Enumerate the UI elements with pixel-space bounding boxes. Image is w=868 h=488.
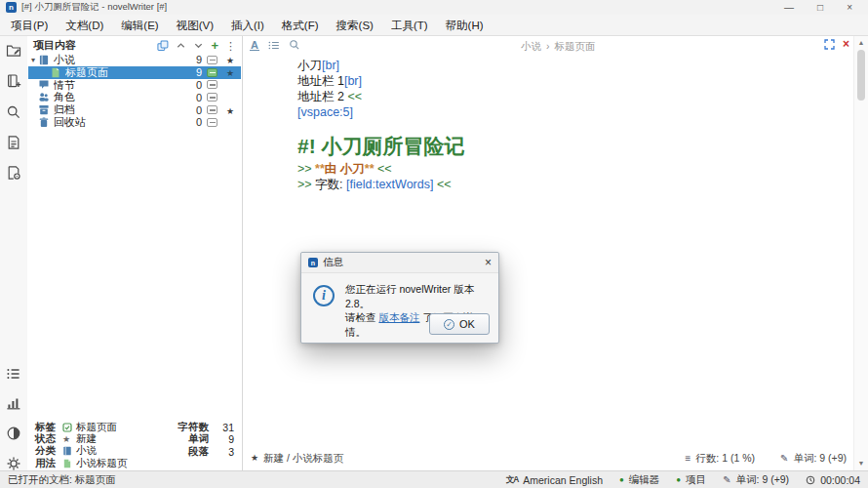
active-checkbox-icon (207, 80, 217, 89)
release-notes-link[interactable]: 版本备注 (378, 311, 419, 323)
theme-contrast-icon[interactable] (6, 426, 21, 441)
doc-line: 地址栏 1[br] (297, 73, 845, 89)
statusbar: 已打开的文档: 标题页面 文AAmerican English ●编辑器 ●项目… (0, 470, 868, 488)
editor-header: A 小说 › 标题页面 × (243, 36, 854, 56)
novelwriter-window: n [#] 小刀厕所冒险记 - novelWriter [#] — □ × 项目… (0, 0, 868, 488)
editor-counts: ≡行数: 1 (1 %) ✎单词: 9 (+9) (686, 452, 847, 466)
green-dot-icon: ● (619, 476, 624, 484)
stat-value: 9 (209, 433, 234, 445)
scrollbar-thumb[interactable] (857, 50, 865, 101)
dialog-close-icon[interactable]: × (485, 257, 492, 268)
word-count: ✎单词: 9 (+9) (780, 452, 847, 466)
stat-label: 段落 (166, 445, 209, 459)
format-text-icon[interactable]: A (250, 40, 259, 51)
close-button[interactable]: × (847, 2, 852, 13)
status-star-icon: ★ (226, 56, 234, 65)
book-icon (38, 55, 50, 65)
breadcrumb: 小说 › 标题页面 (521, 40, 596, 54)
editor-status-text: 新建 / 小说标题页 (263, 452, 343, 466)
tree-count: 0 (184, 79, 202, 91)
panel-menu-icon[interactable]: ⋮ (225, 41, 236, 51)
document-details-icon[interactable] (6, 135, 21, 150)
stat-row-paragraphs: 段落 3 (166, 446, 234, 458)
focus-mode-icon[interactable] (824, 39, 835, 50)
trash-icon (38, 117, 50, 128)
status-star-icon: ★ (62, 435, 70, 444)
doc-heading: #! 小刀厕所冒险记 (297, 132, 845, 161)
project-tree-icon[interactable] (6, 42, 21, 58)
editor-toolbar: A (250, 39, 300, 51)
menu-project[interactable]: 项目(P) (2, 16, 57, 35)
close-document-icon[interactable]: × (843, 39, 849, 50)
menu-help[interactable]: 帮助(H) (437, 16, 493, 35)
menu-insert[interactable]: 插入(I) (222, 16, 273, 35)
pen-icon: ✎ (780, 454, 788, 464)
editor-status[interactable]: ★ 新建 / 小说标题页 (251, 452, 343, 466)
open-document-status: 已打开的文档: 标题页面 (8, 473, 116, 487)
quick-links-icon[interactable] (157, 40, 169, 52)
maximize-button[interactable]: □ (817, 2, 823, 13)
novel-view-icon[interactable] (6, 73, 21, 89)
detail-label: 用法 (35, 457, 62, 470)
active-checkbox-icon (207, 56, 217, 64)
usage-file-icon (62, 459, 72, 468)
tree-row-trash[interactable]: 回收站 0 (28, 116, 241, 129)
outline-view-icon[interactable] (6, 366, 21, 382)
minimize-button[interactable]: — (784, 2, 794, 13)
app-logo-icon: n (308, 258, 318, 267)
add-item-icon[interactable]: + (211, 41, 218, 51)
tree-count: 0 (184, 92, 202, 103)
green-dot-icon: ● (676, 476, 681, 484)
session-word-count: ✎单词: 9 (+9) (723, 473, 789, 487)
menu-edit[interactable]: 编辑(E) (112, 16, 167, 35)
menu-document[interactable]: 文档(D) (57, 16, 112, 35)
doc-line: >> **由 小刀** << (297, 161, 845, 177)
expand-arrow-icon[interactable]: ▾ (28, 56, 38, 64)
editor-scrollbar[interactable]: ▲ ▼ (853, 36, 868, 470)
editor-corner-tools: × (824, 39, 849, 50)
stat-row-characters: 字符数 31 (166, 422, 234, 433)
tree-count: 0 (184, 104, 202, 116)
search-icon[interactable] (6, 104, 21, 120)
project-panel-header: 项目内容 + ⋮ (27, 37, 242, 54)
info-icon: i (313, 285, 335, 306)
menu-tools[interactable]: 工具(T) (382, 16, 437, 35)
window-title: [#] 小刀厕所冒险记 - novelWriter [#] (21, 1, 167, 14)
settings-gear-icon[interactable] (6, 456, 21, 471)
menu-format[interactable]: 格式(F) (273, 16, 328, 35)
active-checkbox-icon (207, 68, 217, 77)
info-dialog: n 信息 × i 您正在运行 novelWriter 版本 2.8。 请检查 版… (300, 252, 499, 344)
book-icon (62, 446, 72, 456)
active-checkbox-icon (207, 93, 217, 102)
document-settings-icon[interactable] (6, 165, 21, 181)
breadcrumb-page[interactable]: 标题页面 (555, 40, 596, 54)
title-page-file-icon (50, 67, 61, 78)
scroll-up-icon[interactable]: ▲ (854, 38, 868, 48)
archive-icon (38, 104, 50, 115)
editor-search-icon[interactable] (289, 39, 300, 51)
move-down-icon[interactable] (193, 40, 204, 51)
status-star-icon: ★ (226, 68, 234, 78)
move-up-icon[interactable] (176, 40, 186, 51)
clock-icon (806, 475, 815, 485)
menu-view[interactable]: 视图(V) (168, 16, 222, 35)
doc-line: [vspace:5] (297, 104, 845, 120)
language-selector[interactable]: 文AAmerican English (506, 474, 603, 486)
writing-stats-icon[interactable] (6, 395, 21, 411)
plot-icon (38, 79, 50, 90)
menu-search[interactable]: 搜索(S) (328, 16, 382, 35)
app-logo-icon: n (6, 2, 17, 13)
ok-button[interactable]: ✓ OK (429, 313, 490, 335)
tree-label: 回收站 (54, 115, 184, 130)
dialog-titlebar: n 信息 × (301, 253, 498, 273)
tree-count: 9 (184, 54, 202, 65)
breadcrumb-root[interactable]: 小说 (521, 40, 541, 54)
scroll-down-icon[interactable]: ▼ (854, 459, 868, 468)
menubar: 项目(P) 文档(D) 编辑(E) 视图(V) 插入(I) 格式(F) 搜索(S… (0, 15, 868, 36)
window-controls: — □ × (784, 2, 862, 13)
check-circle-icon: ✓ (444, 319, 454, 330)
editor-outline-icon[interactable] (268, 40, 280, 51)
document-editor[interactable]: 小刀[br] 地址栏 1[br] 地址栏 2 << [vspace:5] #! … (297, 58, 845, 192)
project-panel-tools: + ⋮ (157, 40, 236, 52)
ok-button-label: OK (459, 318, 475, 330)
